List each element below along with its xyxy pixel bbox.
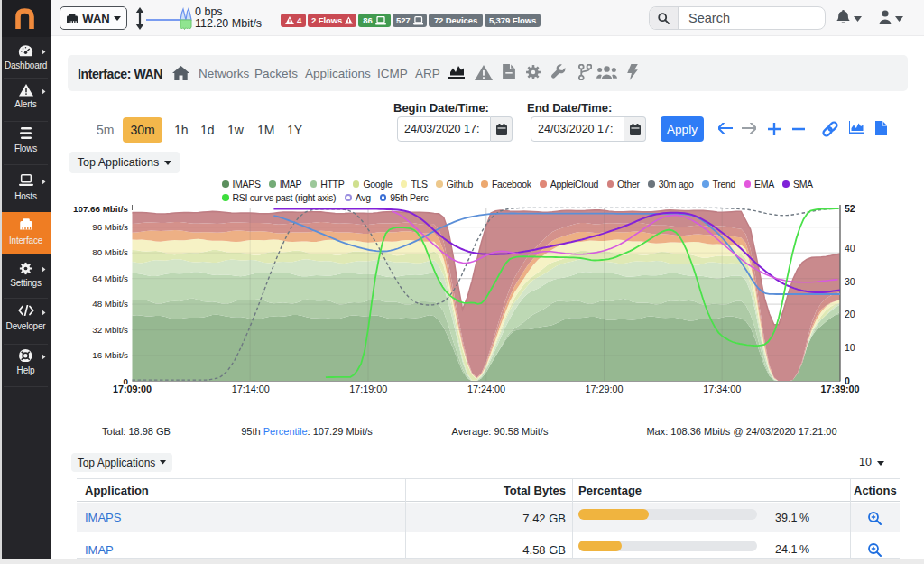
svg-text:80 Mbit/s: 80 Mbit/s <box>92 247 128 257</box>
svg-text:40: 40 <box>845 243 855 254</box>
svg-text:96 Mbit/s: 96 Mbit/s <box>92 222 128 232</box>
svg-text:17:39:00: 17:39:00 <box>820 384 859 394</box>
svg-text:17:24:00: 17:24:00 <box>467 384 505 394</box>
svg-text:52: 52 <box>845 203 855 213</box>
svg-text:17:14:00: 17:14:00 <box>232 384 270 394</box>
svg-text:10: 10 <box>845 342 855 353</box>
svg-text:17:19:00: 17:19:00 <box>349 384 387 394</box>
svg-text:20: 20 <box>845 309 855 319</box>
svg-text:17:09:00: 17:09:00 <box>113 384 152 394</box>
svg-text:17:29:00: 17:29:00 <box>586 384 624 394</box>
svg-text:64 Mbit/s: 64 Mbit/s <box>92 273 128 283</box>
svg-text:32 Mbit/s: 32 Mbit/s <box>92 325 128 335</box>
svg-text:17:34:00: 17:34:00 <box>703 384 741 394</box>
svg-text:30: 30 <box>845 276 855 287</box>
svg-text:48 Mbit/s: 48 Mbit/s <box>92 299 128 309</box>
svg-text:107.66 Mbit/s: 107.66 Mbit/s <box>73 204 129 214</box>
svg-text:16 Mbit/s: 16 Mbit/s <box>92 350 128 360</box>
